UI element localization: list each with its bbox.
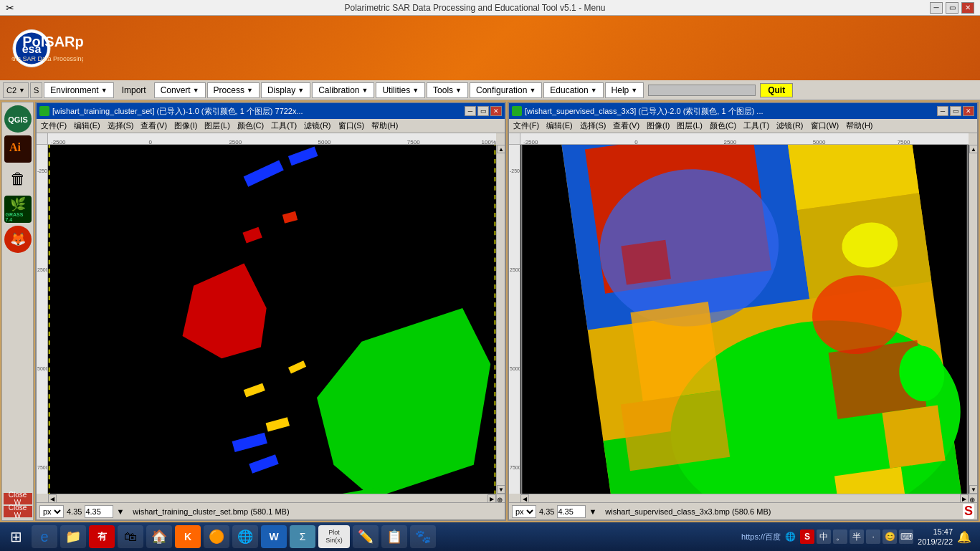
menu-window-r[interactable]: 窗口(W) — [808, 120, 842, 132]
scroll-right-left[interactable]: ▶ — [487, 494, 496, 502]
window-left-minimize[interactable]: ─ — [465, 106, 476, 116]
menu-edit-l[interactable]: 编辑(E) — [71, 120, 103, 132]
menu-tools-l[interactable]: 工具(T) — [268, 120, 300, 132]
menu-color-l[interactable]: 颜色(C) — [234, 120, 267, 132]
menu-edit-r[interactable]: 编辑(E) — [543, 120, 576, 132]
zoom-input-left[interactable] — [85, 505, 113, 518]
menu-window-l[interactable]: 窗口(S) — [336, 120, 368, 132]
start-button[interactable]: ⊞ — [3, 525, 29, 548]
window-left-scrollbar-v[interactable]: ▲ ▼ — [496, 145, 505, 494]
menu-configuration[interactable]: Configuration ▼ — [470, 82, 542, 98]
ime-half[interactable]: 半 — [850, 530, 864, 544]
ime-keyboard[interactable]: ⌨ — [899, 530, 913, 544]
scroll-down-right[interactable]: ▼ — [969, 485, 977, 494]
taskbar-chrome[interactable]: 🌐 — [232, 525, 258, 548]
menu-layers-l[interactable]: 图层(L) — [201, 120, 232, 132]
menu-calibration[interactable]: Calibration ▼ — [312, 82, 374, 98]
taskbar-pen[interactable]: ✏️ — [353, 525, 379, 548]
menu-view-l[interactable]: 查看(V) — [138, 120, 170, 132]
taskbar-orange[interactable]: 🟠 — [204, 525, 229, 548]
s-button[interactable]: S — [30, 82, 42, 98]
window-right-minimize[interactable]: ─ — [937, 106, 948, 116]
ime-dot[interactable]: · — [866, 530, 880, 544]
taskbar-gimp[interactable]: 🐾 — [410, 525, 436, 548]
zoom-unit-left[interactable]: px — [39, 505, 64, 518]
minimize-button[interactable]: ─ — [930, 2, 943, 14]
sidebar-item-adobe[interactable]: Ai — [4, 135, 32, 163]
menu-color-r[interactable]: 颜色(C) — [707, 120, 739, 132]
menu-import[interactable]: Import — [115, 82, 153, 98]
menu-image-l[interactable]: 图像(I) — [171, 120, 200, 132]
scroll-track-h-left[interactable] — [57, 494, 487, 502]
sidebar-item-trash[interactable]: 🗑 — [4, 166, 32, 193]
taskbar-store[interactable]: 🛍 — [118, 525, 143, 548]
tray-notification[interactable]: 🔔 — [957, 530, 971, 544]
window-left-restore[interactable]: ▭ — [477, 106, 489, 116]
zoom-input-right[interactable] — [557, 505, 586, 518]
menu-view-r[interactable]: 查看(V) — [610, 120, 642, 132]
close-window-button-2[interactable]: Close W — [4, 506, 32, 517]
scroll-up-left[interactable]: ▲ — [497, 145, 505, 153]
menu-tools-r[interactable]: 工具(T) — [741, 120, 772, 132]
ime-period[interactable]: 。 — [833, 530, 847, 544]
scroll-track-v-right[interactable] — [969, 153, 977, 485]
menu-display[interactable]: Display ▼ — [261, 82, 310, 98]
restore-button[interactable]: ▭ — [946, 2, 958, 14]
taskbar-word[interactable]: W — [261, 525, 287, 548]
menu-layers-r[interactable]: 图层(L) — [674, 120, 705, 132]
taskbar-sigma[interactable]: Σ — [290, 525, 315, 548]
sidebar-item-grass[interactable]: 🌿 GRASS 7.4 — [4, 196, 32, 223]
window-right-viewport[interactable] — [520, 145, 969, 494]
menu-help[interactable]: Help ▼ — [605, 82, 644, 98]
taskbar-folder[interactable]: 📁 — [60, 525, 86, 548]
scroll-up-right[interactable]: ▲ — [969, 145, 977, 153]
menu-filters-r[interactable]: 滤镜(R) — [774, 120, 806, 132]
sidebar-item-qgis[interactable]: QGIS — [4, 105, 32, 133]
menu-file-r[interactable]: 文件(F) — [510, 120, 542, 132]
window-left-close[interactable]: ✕ — [490, 106, 502, 116]
window-right-close[interactable]: ✕ — [963, 106, 974, 116]
taskbar-plot[interactable]: Plot Sin(x) — [318, 525, 350, 548]
zoom-unit-right[interactable]: px — [512, 505, 536, 518]
taskbar-appk[interactable]: K — [175, 525, 201, 548]
window-right-scrollbar-v[interactable]: ▲ ▼ — [969, 145, 977, 494]
close-button[interactable]: ✕ — [961, 2, 974, 14]
menu-select-l[interactable]: 选择(S) — [105, 120, 137, 132]
c2-button[interactable]: C2 ▼ — [3, 82, 29, 98]
menu-help-r[interactable]: 帮助(H) — [843, 120, 875, 132]
window-right-scrollbar-h[interactable]: ◀ ▶ — [520, 494, 969, 502]
window-left-viewport[interactable] — [48, 145, 496, 494]
taskbar-home[interactable]: 🏠 — [146, 525, 172, 548]
ime-emoji[interactable]: 😊 — [883, 530, 897, 544]
window-right-restore[interactable]: ▭ — [950, 106, 961, 116]
scroll-track-v-left[interactable] — [497, 153, 505, 485]
zoom-fit-left[interactable]: ⊕ — [497, 496, 503, 502]
menu-file-l[interactable]: 文件(F) — [38, 120, 70, 132]
menu-tools[interactable]: Tools ▼ — [427, 82, 468, 98]
menu-process[interactable]: Process ▼ — [207, 82, 260, 98]
scroll-down-left[interactable]: ▼ — [497, 485, 505, 494]
system-tray: https://百度 🌐 S 中 。 半 · 😊 ⌨ 15:47 2019/2/… — [736, 527, 977, 547]
ime-chinese[interactable]: 中 — [817, 530, 831, 544]
menu-utilities[interactable]: Utilities ▼ — [376, 82, 425, 98]
quit-button[interactable]: Quit — [760, 83, 793, 97]
close-window-button-1[interactable]: Close W — [4, 493, 32, 504]
menu-filters-l[interactable]: 滤镜(R) — [301, 120, 333, 132]
menu-convert[interactable]: Convert ▼ — [154, 82, 206, 98]
zoom-fit-right[interactable]: ⊕ — [969, 496, 975, 502]
scroll-right-right[interactable]: ▶ — [960, 494, 969, 502]
menu-environment[interactable]: Environment ▼ — [44, 82, 113, 98]
taskbar-note[interactable]: 📋 — [381, 525, 407, 548]
scroll-track-h-right[interactable] — [529, 494, 960, 502]
scroll-left-left[interactable]: ◀ — [48, 494, 57, 502]
taskbar-youdao[interactable]: 有 — [89, 525, 115, 548]
menu-image-r[interactable]: 图像(I) — [644, 120, 672, 132]
scroll-left-right[interactable]: ◀ — [520, 494, 529, 502]
window-left-scrollbar-h[interactable]: ◀ ▶ — [48, 494, 496, 502]
menu-education[interactable]: Education ▼ — [543, 82, 603, 98]
menu-select-r[interactable]: 选择(S) — [577, 120, 609, 132]
menu-help-l[interactable]: 帮助(H) — [368, 120, 401, 132]
sidebar-item-app5[interactable]: 🦊 — [4, 226, 32, 253]
taskbar-ie[interactable]: e — [32, 525, 57, 548]
ime-sogou[interactable]: S — [800, 530, 814, 544]
